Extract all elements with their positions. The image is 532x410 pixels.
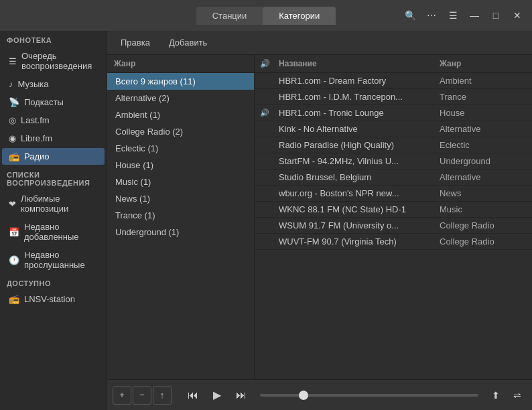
sidebar-label-podcasts: Подкасты [24, 97, 64, 107]
sidebar-item-recent-added[interactable]: 📅 Недавно добавленные [2, 218, 105, 245]
sidebar-item-music[interactable]: ♪ Музыка [2, 76, 105, 92]
genre-item-trance[interactable]: Trance (1) [107, 207, 254, 224]
station-row-genre: Eclectic [440, 140, 527, 150]
bottom-left-controls: + − ↑ [113, 386, 180, 405]
station-rows: HBR1.com - Dream FactoryAmbientHBR1.com … [255, 73, 532, 250]
add-button[interactable]: Добавить [161, 35, 215, 50]
station-row[interactable]: Radio Paradise (High Quality)Eclectic [255, 137, 532, 153]
sidebar-label-lastfm: Last.fm [21, 115, 50, 125]
main-container: Фонотека ☰ Очередь воспроизведения ♪ Муз… [0, 31, 532, 410]
content-area: Правка Добавить Жанр Всего 9 жанров (11)… [107, 31, 532, 410]
station-row-genre: House [440, 108, 527, 118]
titlebar: Станции Категории 🔍 ⋯ ☰ — □ ✕ [0, 0, 532, 31]
sidebar-label-librefm: Libre.fm [21, 133, 52, 143]
lastfm-icon: ◎ [9, 115, 16, 125]
genre-item-house[interactable]: House (1) [107, 157, 254, 174]
search-button[interactable]: 🔍 [401, 6, 419, 25]
sidebar-label-queue: Очередь воспроизведения [21, 51, 98, 71]
station-row-name: Radio Paradise (High Quality) [279, 140, 440, 150]
sidebar-item-queue[interactable]: ☰ Очередь воспроизведения [2, 48, 105, 74]
podcasts-icon: 📡 [9, 97, 19, 107]
station-row-name: StartFM - 94.2MHz, Vilnius U... [279, 156, 440, 166]
station-row-genre: Music [440, 204, 527, 214]
bottom-right-controls: ⬆ ⇌ [486, 386, 527, 405]
station-row-genre: Alternative [440, 124, 527, 134]
sidebar-label-radio: Радио [24, 151, 50, 161]
station-row[interactable]: StartFM - 94.2MHz, Vilnius U...Undergrou… [255, 153, 532, 169]
menu-button[interactable]: ☰ [444, 6, 462, 25]
bottom-bar: + − ↑ ⏮ ▶ ⏭ ⬆ ⇌ [107, 379, 532, 410]
progress-bar-area[interactable] [255, 394, 484, 397]
station-row[interactable]: WUVT-FM 90.7 (Virginia Tech)College Radi… [255, 234, 532, 250]
station-row[interactable]: Kink - No AlternativeAlternative [255, 121, 532, 137]
close-button[interactable]: ✕ [508, 6, 527, 25]
genre-item-alternative[interactable]: Alternative (2) [107, 90, 254, 107]
sidebar-item-podcasts[interactable]: 📡 Подкасты [2, 94, 105, 111]
sidebar-section-library: Фонотека [0, 31, 107, 47]
sidebar-item-radio[interactable]: 📻 Радио [2, 148, 105, 165]
more-button[interactable]: ⋯ [422, 6, 441, 25]
progress-knob[interactable] [299, 391, 308, 400]
recent-added-icon: 📅 [9, 227, 19, 237]
station-row-genre: College Radio [440, 236, 527, 247]
tab-categories[interactable]: Категории [263, 7, 336, 25]
station-row[interactable]: WSUM 91.7 FM (University o...College Rad… [255, 218, 532, 234]
sidebar-section-playlists: Списки воспроизведения [0, 165, 107, 190]
prev-button[interactable]: ⏮ [182, 385, 204, 406]
station-row-name: WKNC 88.1 FM (NC State) HD-1 [279, 204, 440, 214]
genre-item-ambient[interactable]: Ambient (1) [107, 107, 254, 123]
genre-item-college-radio[interactable]: College Radio (2) [107, 123, 254, 140]
sidebar-label-favorites: Любимые композиции [21, 194, 98, 214]
sort-button[interactable]: ↑ [153, 386, 172, 405]
tab-stations[interactable]: Станции [196, 7, 263, 25]
station-panel: 🔊 Название Жанр HBR1.com - Dream Factory… [255, 55, 532, 379]
progress-track[interactable] [260, 394, 478, 397]
station-row-name: Studio Brussel, Belgium [279, 172, 440, 182]
sidebar-item-recent-played[interactable]: 🕐 Недавно прослушанные [2, 247, 105, 273]
titlebar-actions: 🔍 ⋯ ☰ — □ ✕ [401, 6, 527, 25]
col-genre-header: Жанр [440, 59, 527, 68]
playback-controls: ⏮ ▶ ⏭ [182, 385, 252, 406]
play-button[interactable]: ▶ [206, 385, 228, 406]
station-row[interactable]: HBR1.com - Dream FactoryAmbient [255, 73, 532, 89]
station-table-header: 🔊 Название Жанр [255, 55, 532, 73]
sidebar-item-favorites[interactable]: ❤ Любимые композиции [2, 190, 105, 217]
genre-item-news[interactable]: News (1) [107, 190, 254, 207]
maximize-button[interactable]: □ [486, 6, 505, 25]
station-row[interactable]: wbur.org - Boston's NPR new...News [255, 186, 532, 202]
genre-panel: Жанр Всего 9 жанров (11) Alternative (2)… [107, 55, 255, 379]
sidebar-item-lastfm[interactable]: ◎ Last.fm [2, 112, 105, 129]
sidebar-label-music: Музыка [18, 79, 49, 89]
station-row[interactable]: WKNC 88.1 FM (NC State) HD-1Music [255, 202, 532, 218]
minimize-button[interactable]: — [465, 6, 484, 25]
favorites-icon: ❤ [9, 199, 16, 209]
genre-item-all[interactable]: Всего 9 жанров (11) [107, 73, 254, 90]
librefm-icon: ◉ [9, 133, 16, 143]
edit-button[interactable]: Правка [113, 35, 158, 50]
radio-icon: 📻 [9, 151, 19, 161]
remove-item-button[interactable]: − [133, 386, 151, 405]
station-row[interactable]: Studio Brussel, BelgiumAlternative [255, 169, 532, 186]
genre-item-eclectic[interactable]: Eclectic (1) [107, 140, 254, 157]
genre-panel-header: Жанр [107, 55, 254, 73]
station-row-name: Kink - No Alternative [279, 124, 440, 134]
export-button[interactable]: ⬆ [486, 386, 505, 405]
sidebar-item-librefm[interactable]: ◉ Libre.fm [2, 130, 105, 147]
toolbar: Правка Добавить [107, 31, 532, 55]
sidebar: Фонотека ☰ Очередь воспроизведения ♪ Муз… [0, 31, 107, 410]
station-row[interactable]: HBR1.com - I.D.M. Trancepon...Trance [255, 89, 532, 105]
station-row[interactable]: 🔊HBR1.com - Tronic LoungeHouse [255, 105, 532, 121]
panels: Жанр Всего 9 жанров (11) Alternative (2)… [107, 55, 532, 379]
shuffle-button[interactable]: ⇌ [508, 386, 527, 405]
genre-item-music[interactable]: Music (1) [107, 174, 254, 190]
next-button[interactable]: ⏭ [230, 385, 252, 406]
col-name-header: Название [279, 59, 440, 68]
station-row-genre: Trance [440, 92, 527, 102]
titlebar-tabs: Станции Категории [196, 7, 336, 25]
station-row-genre: Underground [440, 156, 527, 166]
sidebar-label-lnsv: LNSV-station [24, 294, 75, 304]
add-item-button[interactable]: + [113, 386, 131, 405]
sidebar-item-lnsv[interactable]: 📻 LNSV-station [2, 291, 105, 308]
genre-item-underground[interactable]: Underground (1) [107, 224, 254, 241]
sidebar-section-available: Доступно [0, 274, 107, 290]
